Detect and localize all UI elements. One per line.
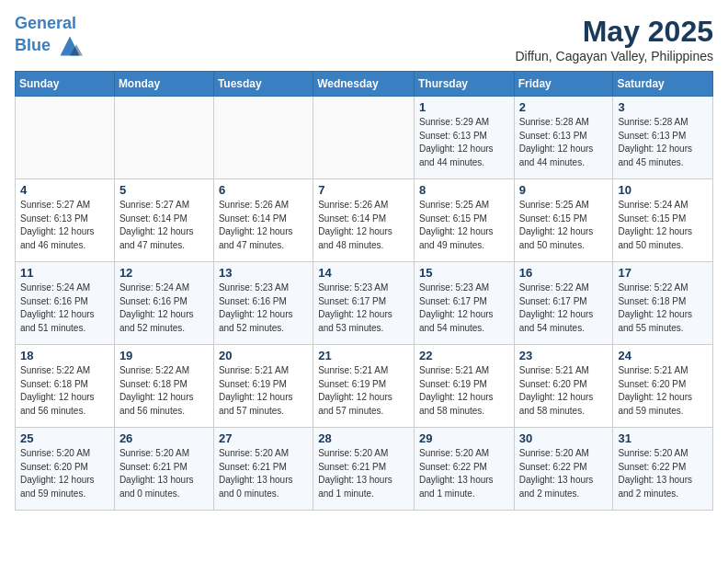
page-header: General Blue May 2025 Diffun, Cagayan Va…: [15, 15, 713, 63]
logo: General Blue: [15, 15, 83, 59]
day-number: 11: [20, 266, 109, 280]
day-info: Sunrise: 5:20 AM Sunset: 6:22 PM Dayligh…: [618, 447, 708, 500]
calendar-cell: 14Sunrise: 5:23 AM Sunset: 6:17 PM Dayli…: [313, 262, 415, 345]
month-year-title: May 2025: [515, 15, 713, 49]
day-info: Sunrise: 5:23 AM Sunset: 6:16 PM Dayligh…: [219, 282, 308, 335]
day-number: 15: [419, 266, 509, 280]
calendar-cell: 30Sunrise: 5:20 AM Sunset: 6:22 PM Dayli…: [514, 428, 613, 511]
calendar-cell: 2Sunrise: 5:28 AM Sunset: 6:13 PM Daylig…: [514, 97, 613, 179]
day-info: Sunrise: 5:25 AM Sunset: 6:15 PM Dayligh…: [519, 199, 609, 252]
day-info: Sunrise: 5:26 AM Sunset: 6:14 PM Dayligh…: [219, 199, 308, 252]
day-number: 13: [219, 266, 308, 280]
day-info: Sunrise: 5:21 AM Sunset: 6:20 PM Dayligh…: [618, 364, 708, 418]
day-number: 21: [318, 349, 409, 362]
day-number: 16: [519, 266, 609, 280]
calendar-cell: 6Sunrise: 5:26 AM Sunset: 6:14 PM Daylig…: [213, 179, 313, 262]
calendar-cell: [114, 97, 213, 179]
calendar-cell: 22Sunrise: 5:21 AM Sunset: 6:19 PM Dayli…: [414, 345, 514, 428]
day-info: Sunrise: 5:28 AM Sunset: 6:13 PM Dayligh…: [618, 116, 708, 169]
day-number: 7: [318, 183, 409, 197]
day-number: 18: [20, 349, 109, 362]
day-info: Sunrise: 5:22 AM Sunset: 6:17 PM Dayligh…: [519, 282, 609, 335]
day-header-saturday: Saturday: [613, 72, 713, 97]
day-header-wednesday: Wednesday: [313, 72, 415, 97]
day-number: 27: [219, 431, 308, 445]
calendar-cell: 1Sunrise: 5:29 AM Sunset: 6:13 PM Daylig…: [414, 97, 514, 179]
day-info: Sunrise: 5:24 AM Sunset: 6:16 PM Dayligh…: [119, 282, 209, 335]
calendar-cell: 31Sunrise: 5:20 AM Sunset: 6:22 PM Dayli…: [613, 428, 713, 511]
day-number: 30: [519, 431, 609, 445]
calendar-table: SundayMondayTuesdayWednesdayThursdayFrid…: [15, 71, 713, 511]
day-number: 9: [519, 183, 609, 197]
day-info: Sunrise: 5:21 AM Sunset: 6:19 PM Dayligh…: [318, 364, 409, 418]
day-info: Sunrise: 5:22 AM Sunset: 6:18 PM Dayligh…: [618, 282, 708, 335]
day-number: 24: [618, 349, 708, 362]
day-info: Sunrise: 5:20 AM Sunset: 6:22 PM Dayligh…: [519, 447, 609, 500]
calendar-week-row: 1Sunrise: 5:29 AM Sunset: 6:13 PM Daylig…: [16, 97, 713, 179]
day-number: 29: [419, 431, 509, 445]
day-number: 23: [519, 349, 609, 362]
calendar-cell: 28Sunrise: 5:20 AM Sunset: 6:21 PM Dayli…: [313, 428, 415, 511]
calendar-cell: 17Sunrise: 5:22 AM Sunset: 6:18 PM Dayli…: [613, 262, 713, 345]
calendar-week-row: 18Sunrise: 5:22 AM Sunset: 6:18 PM Dayli…: [16, 345, 713, 428]
day-number: 10: [618, 183, 708, 197]
calendar-cell: [16, 97, 115, 179]
calendar-cell: 3Sunrise: 5:28 AM Sunset: 6:13 PM Daylig…: [613, 97, 713, 179]
day-number: 12: [119, 266, 209, 280]
day-header-friday: Friday: [514, 72, 613, 97]
calendar-cell: 24Sunrise: 5:21 AM Sunset: 6:20 PM Dayli…: [613, 345, 713, 428]
day-info: Sunrise: 5:20 AM Sunset: 6:21 PM Dayligh…: [318, 447, 409, 500]
calendar-cell: 27Sunrise: 5:20 AM Sunset: 6:21 PM Dayli…: [213, 428, 313, 511]
calendar-cell: 16Sunrise: 5:22 AM Sunset: 6:17 PM Dayli…: [514, 262, 613, 345]
calendar-cell: 11Sunrise: 5:24 AM Sunset: 6:16 PM Dayli…: [16, 262, 115, 345]
day-info: Sunrise: 5:22 AM Sunset: 6:18 PM Dayligh…: [20, 364, 109, 418]
calendar-cell: 25Sunrise: 5:20 AM Sunset: 6:20 PM Dayli…: [16, 428, 115, 511]
day-number: 19: [119, 349, 209, 362]
calendar-cell: 9Sunrise: 5:25 AM Sunset: 6:15 PM Daylig…: [514, 179, 613, 262]
calendar-cell: 29Sunrise: 5:20 AM Sunset: 6:22 PM Dayli…: [414, 428, 514, 511]
day-number: 20: [219, 349, 308, 362]
day-number: 26: [119, 431, 209, 445]
day-number: 4: [20, 183, 109, 197]
day-info: Sunrise: 5:20 AM Sunset: 6:21 PM Dayligh…: [119, 447, 209, 500]
day-info: Sunrise: 5:20 AM Sunset: 6:21 PM Dayligh…: [219, 447, 308, 500]
day-info: Sunrise: 5:21 AM Sunset: 6:19 PM Dayligh…: [419, 364, 509, 418]
calendar-cell: 23Sunrise: 5:21 AM Sunset: 6:20 PM Dayli…: [514, 345, 613, 428]
calendar-week-row: 4Sunrise: 5:27 AM Sunset: 6:13 PM Daylig…: [16, 179, 713, 262]
day-number: 6: [219, 183, 308, 197]
calendar-cell: 13Sunrise: 5:23 AM Sunset: 6:16 PM Dayli…: [213, 262, 313, 345]
location-subtitle: Diffun, Cagayan Valley, Philippines: [515, 49, 713, 63]
calendar-cell: 4Sunrise: 5:27 AM Sunset: 6:13 PM Daylig…: [16, 179, 115, 262]
day-number: 2: [519, 100, 609, 114]
day-number: 8: [419, 183, 509, 197]
logo-icon: [57, 33, 83, 59]
calendar-cell: 7Sunrise: 5:26 AM Sunset: 6:14 PM Daylig…: [313, 179, 415, 262]
day-header-thursday: Thursday: [414, 72, 514, 97]
day-header-sunday: Sunday: [16, 72, 115, 97]
day-info: Sunrise: 5:21 AM Sunset: 6:19 PM Dayligh…: [219, 364, 308, 418]
day-info: Sunrise: 5:20 AM Sunset: 6:22 PM Dayligh…: [419, 447, 509, 500]
day-info: Sunrise: 5:24 AM Sunset: 6:16 PM Dayligh…: [20, 282, 109, 335]
title-area: May 2025 Diffun, Cagayan Valley, Philipp…: [515, 15, 713, 63]
day-info: Sunrise: 5:23 AM Sunset: 6:17 PM Dayligh…: [318, 282, 409, 335]
calendar-cell: 8Sunrise: 5:25 AM Sunset: 6:15 PM Daylig…: [414, 179, 514, 262]
day-info: Sunrise: 5:20 AM Sunset: 6:20 PM Dayligh…: [20, 447, 109, 500]
calendar-cell: 19Sunrise: 5:22 AM Sunset: 6:18 PM Dayli…: [114, 345, 213, 428]
day-info: Sunrise: 5:29 AM Sunset: 6:13 PM Dayligh…: [419, 116, 509, 169]
calendar-cell: [313, 97, 415, 179]
calendar-cell: [213, 97, 313, 179]
day-header-tuesday: Tuesday: [213, 72, 313, 97]
day-header-monday: Monday: [114, 72, 213, 97]
day-info: Sunrise: 5:21 AM Sunset: 6:20 PM Dayligh…: [519, 364, 609, 418]
day-number: 22: [419, 349, 509, 362]
day-headers-row: SundayMondayTuesdayWednesdayThursdayFrid…: [16, 72, 713, 97]
day-info: Sunrise: 5:24 AM Sunset: 6:15 PM Dayligh…: [618, 199, 708, 252]
day-info: Sunrise: 5:22 AM Sunset: 6:18 PM Dayligh…: [119, 364, 209, 418]
day-number: 14: [318, 266, 409, 280]
calendar-cell: 18Sunrise: 5:22 AM Sunset: 6:18 PM Dayli…: [16, 345, 115, 428]
day-info: Sunrise: 5:25 AM Sunset: 6:15 PM Dayligh…: [419, 199, 509, 252]
day-number: 1: [419, 100, 509, 114]
day-info: Sunrise: 5:27 AM Sunset: 6:14 PM Dayligh…: [119, 199, 209, 252]
day-info: Sunrise: 5:28 AM Sunset: 6:13 PM Dayligh…: [519, 116, 609, 169]
day-number: 3: [618, 100, 708, 114]
